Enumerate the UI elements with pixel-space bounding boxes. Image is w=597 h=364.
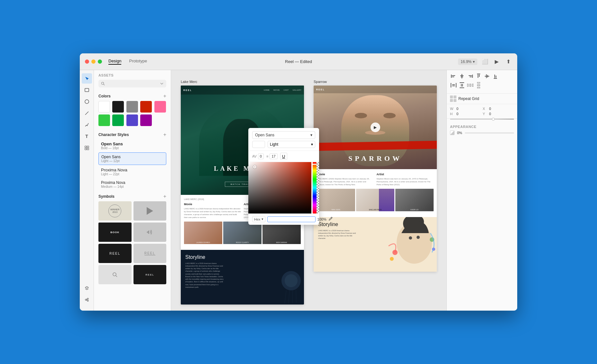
svg-rect-59	[467, 84, 468, 86]
tracking-val[interactable]: 0	[258, 153, 264, 159]
svg-rect-54	[452, 86, 455, 86]
artboard-sparrow[interactable]: REEL	[314, 86, 437, 272]
rp-repeat-grid[interactable]: Repeat Grid	[447, 94, 517, 104]
hue-indicator	[312, 164, 317, 165]
swatch-purple[interactable]	[126, 114, 138, 126]
char-style-name-2: Open Sans	[101, 155, 163, 159]
rp-slider[interactable]	[450, 119, 514, 120]
dist-equal-h-icon[interactable]	[467, 82, 474, 89]
symbol-reel-outline[interactable]: REEL	[133, 244, 167, 263]
tab-design[interactable]: Design	[108, 59, 121, 65]
align-center-h-icon[interactable]	[458, 73, 465, 80]
storyline-label: Storyline	[185, 254, 224, 260]
search-bar[interactable]: All Assets	[98, 80, 166, 87]
color-picker-popup: Open Sans ▾ 12 Light ▾ AV 0	[248, 128, 319, 225]
sparrow-hero: REEL	[314, 86, 437, 169]
char-style-open-sans-light[interactable]: Open Sans Light — 12pt	[98, 152, 166, 165]
play-icon[interactable]: ▶	[493, 58, 501, 66]
tab-prototype[interactable]: Prototype	[129, 59, 147, 65]
swatch-white[interactable]	[98, 101, 110, 113]
swatch-pink[interactable]	[154, 101, 166, 113]
align-right-icon[interactable]	[467, 73, 474, 80]
chevron-down-icon	[160, 82, 164, 86]
dist-h-icon[interactable]	[450, 82, 457, 89]
swatch-black[interactable]	[112, 101, 124, 113]
maximize-button[interactable]	[98, 59, 102, 64]
underline-btn[interactable]: U	[280, 153, 287, 160]
cp-hue-slider[interactable]	[313, 162, 317, 214]
share-icon[interactable]: ⬆	[504, 58, 512, 66]
symbol-book-btn[interactable]: BOOK	[98, 223, 132, 242]
cp-weight-select[interactable]: Light ▾	[268, 141, 315, 148]
svg-rect-46	[486, 74, 487, 78]
svg-point-29	[390, 257, 394, 261]
minimize-button[interactable]	[91, 59, 96, 64]
svg-point-17	[285, 274, 298, 287]
symbol-tool[interactable]	[82, 143, 92, 153]
align-bottom-icon[interactable]	[492, 73, 499, 80]
swatch-green[interactable]	[98, 114, 110, 126]
dist-equal-v-icon[interactable]	[475, 82, 482, 89]
h-value[interactable]: 0	[456, 112, 458, 116]
cp-font-select[interactable]: Open Sans ▾	[252, 131, 315, 139]
eyedropper-icon[interactable]	[328, 216, 333, 222]
sparrow-play-btn[interactable]: ▶	[371, 123, 380, 132]
title-bar-tabs: Design Prototype	[108, 59, 458, 65]
cp-gradient[interactable]	[248, 162, 319, 214]
swatch-dark-green[interactable]	[112, 114, 124, 126]
line-height-val[interactable]: 17	[270, 153, 277, 159]
line-tool[interactable]	[82, 108, 92, 118]
svg-rect-4	[87, 146, 89, 148]
char-style-open-sans-bold[interactable]: Open Sans Bold — 18pt	[98, 140, 166, 152]
opacity-slider[interactable]	[465, 132, 514, 133]
add-symbol-button[interactable]: +	[163, 194, 166, 199]
canvas-area[interactable]: Lake Merc REEL HOME MOVIE	[171, 70, 446, 311]
add-char-style-button[interactable]: +	[163, 132, 166, 138]
svg-rect-45	[485, 76, 489, 77]
swatch-gray[interactable]	[126, 101, 138, 113]
symbol-sound[interactable]	[133, 223, 167, 242]
dist-v-icon[interactable]	[458, 82, 465, 89]
svg-line-20	[292, 290, 293, 303]
svg-point-7	[85, 299, 87, 300]
symbol-reel-search[interactable]	[98, 265, 132, 284]
cp-hex-input[interactable]: #000000	[267, 216, 316, 222]
cp-size-input[interactable]: 12	[252, 141, 265, 148]
sparrow-content: Movie LAKE MERC (2018) Stephen Moore was…	[314, 169, 437, 217]
add-color-button[interactable]: +	[163, 93, 166, 99]
svg-rect-3	[85, 146, 87, 148]
char-style-proxima-nova-medium[interactable]: Proxima Nova Medium — 14pt	[98, 178, 166, 190]
select-tool[interactable]	[82, 73, 92, 84]
device-preview-icon[interactable]: ⬜	[481, 58, 489, 66]
y-value[interactable]: 0	[489, 112, 491, 116]
layers-tool[interactable]	[82, 283, 92, 293]
symbol-play[interactable]	[133, 201, 167, 221]
svg-rect-38	[461, 77, 463, 77]
pen-tool[interactable]	[82, 120, 92, 130]
text-tool[interactable]: T	[82, 131, 92, 141]
symbol-winner[interactable]: WINNER2013	[98, 201, 132, 221]
rp-align-row-1	[450, 73, 514, 80]
align-middle-v-icon[interactable]	[483, 73, 491, 80]
close-button[interactable]	[85, 59, 89, 64]
x-value[interactable]: 0	[489, 107, 491, 111]
rectangle-tool[interactable]	[82, 85, 92, 95]
opacity-icon	[450, 131, 455, 135]
w-value[interactable]: 0	[456, 107, 458, 111]
connections-tool[interactable]	[82, 295, 92, 305]
search-input[interactable]: All Assets	[107, 81, 158, 86]
sparrow-cast-name-2: SINCLAIR PINTO	[356, 209, 394, 211]
swatch-violet[interactable]	[140, 114, 152, 126]
ellipse-tool[interactable]	[82, 96, 92, 107]
align-left-icon[interactable]	[450, 73, 457, 80]
sparrow-storyline-label: Storyline	[318, 222, 432, 227]
cp-mode-select[interactable]: Hex ▾	[252, 216, 265, 222]
assets-label: ASSETS	[98, 73, 166, 77]
symbol-reel-dark[interactable]: REEL	[98, 244, 132, 263]
align-top-icon[interactable]	[475, 73, 482, 80]
cp-alpha-slider[interactable]	[317, 162, 319, 214]
symbol-reel-badge[interactable]: REEL	[133, 265, 167, 284]
zoom-selector[interactable]: 16.9% ▾	[458, 59, 477, 65]
swatch-red[interactable]	[140, 101, 152, 113]
char-style-proxima-nova-light[interactable]: Proxima Nova Light — 22pt	[98, 166, 166, 178]
